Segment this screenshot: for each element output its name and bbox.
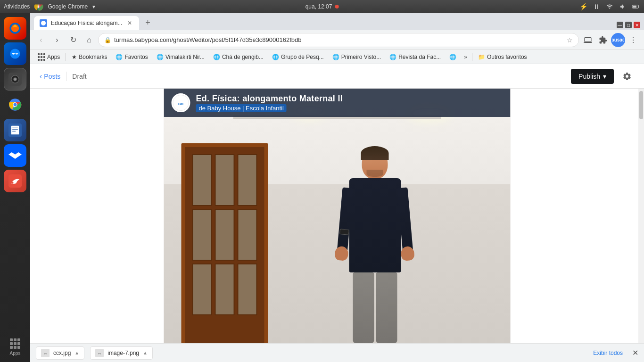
post-settings-button[interactable] [619, 69, 635, 84]
browser-menu-button[interactable]: ⋮ [626, 33, 640, 47]
reload-button[interactable]: ↻ [66, 33, 80, 47]
door-panel-2 [215, 154, 234, 206]
dock-item-firefox[interactable] [4, 17, 26, 40]
profile-button[interactable]: Pausada [611, 33, 625, 47]
os-taskbar: Atividades Google Chrome ▼ qua, 12:07 ⚡ … [0, 0, 644, 13]
tray-battery-icon[interactable] [632, 2, 640, 11]
bookmark-apps[interactable]: Apps [34, 52, 64, 62]
video-title-block: Ed. Física: alongamento Maternal II de B… [196, 94, 503, 112]
post-content-area: BH Ed. Física: alongamento Maternal II d… [164, 89, 511, 362]
activities-label[interactable]: Atividades [4, 3, 30, 10]
person-head [362, 148, 388, 179]
watch [339, 229, 349, 235]
browser-navbar: ‹ › ↻ ⌂ 🔒 turmas.babypoa.com/ghost/#/edi… [30, 30, 644, 50]
person-legs [349, 272, 401, 343]
download-item-1[interactable]: jpg ccx.jpg ▲ [36, 346, 84, 360]
door-panel-9 [237, 263, 257, 315]
dock-item-dropbox[interactable] [4, 144, 26, 167]
back-button[interactable]: ‹ [34, 33, 48, 47]
video-overlay-header: BH Ed. Física: alongamento Maternal II d… [164, 89, 511, 117]
tray-icon-1[interactable]: ⚡ [579, 2, 587, 11]
home-button[interactable]: ⌂ [82, 33, 96, 47]
download-filename-2: image-7.png [107, 350, 139, 356]
bookmark-primeiro[interactable]: 🌐 Primeiro Visto... [329, 52, 385, 62]
taskbar-chrome-icon[interactable] [33, 1, 44, 12]
bookmark-folder-outros[interactable]: 📁 Outros favoritos [474, 52, 531, 62]
globe-icon-1: 🌐 [116, 54, 123, 60]
door-panel-5 [215, 209, 234, 261]
bookmark-vimalakirti[interactable]: 🌐 Vimalakirti Nir... [153, 52, 208, 62]
window-minimize-button[interactable]: — [617, 22, 623, 28]
dock-item-rocketchat[interactable] [4, 170, 26, 192]
video-title: Ed. Física: alongamento Maternal II [196, 94, 503, 104]
bookmark-grupo[interactable]: 🌐 Grupo de Pesq... [268, 52, 328, 62]
dock-item-sound[interactable] [4, 68, 26, 90]
browser-tab-active[interactable]: Educação Física: alongam... ✕ [34, 16, 139, 30]
bookmark-more-arrow[interactable]: » [461, 52, 470, 62]
publish-button[interactable]: Publish ▾ [571, 69, 614, 84]
app-name-label: Google Chrome [48, 3, 88, 10]
close-download-bar-button[interactable]: ✕ [632, 348, 638, 357]
window-controls: — □ ✕ [617, 22, 640, 28]
toolbar-separator [66, 72, 66, 81]
scrollbar-thumb[interactable] [639, 91, 643, 119]
show-all-downloads-button[interactable]: Exibir todos [593, 350, 623, 356]
dock-item-writer[interactable] [4, 119, 26, 141]
bookmark-more-button[interactable]: 🌐 [446, 52, 460, 62]
svg-point-23 [11, 181, 14, 184]
globe-icon-4: 🌐 [272, 54, 279, 60]
nav-right-controls: Pausada ⋮ [581, 33, 640, 47]
record-indicator [335, 5, 339, 8]
tray-wifi-icon[interactable] [605, 2, 614, 11]
nav-extensions-icon[interactable] [596, 33, 610, 47]
editor-content: BH Ed. Física: alongamento Maternal II d… [30, 89, 644, 362]
tab-favicon [40, 19, 47, 27]
window-close-button[interactable]: ✕ [634, 22, 640, 28]
svg-rect-3 [638, 6, 639, 8]
download-chevron-1[interactable]: ▲ [74, 350, 79, 355]
download-file-icon-2: png [95, 349, 104, 357]
download-item-2[interactable]: png image-7.png ▲ [90, 346, 153, 360]
download-file-icon-1: jpg [41, 349, 50, 357]
door-panel-8 [215, 263, 234, 315]
taskbar-dropdown-arrow[interactable]: ▼ [91, 4, 96, 9]
door-panel-4 [192, 209, 212, 261]
address-bar[interactable]: 🔒 turmas.babypoa.com/ghost/#/editor/post… [98, 33, 579, 47]
forward-button[interactable]: › [50, 33, 64, 47]
person-hair [361, 146, 389, 160]
person-hand-left [334, 246, 349, 261]
person-arm-right [397, 187, 413, 254]
new-tab-button[interactable]: + [141, 16, 154, 29]
nav-screenshare-icon[interactable] [581, 33, 595, 47]
dock-item-thunderbird[interactable] [4, 42, 26, 65]
apps-label: Apps [10, 351, 21, 356]
star-icon: ★ [72, 54, 77, 60]
tab-title: Educação Física: alongam... [51, 20, 122, 26]
datetime-display: qua, 12:07 [305, 3, 339, 10]
bookmark-revista[interactable]: 🌐 Revista da Fac... [386, 52, 445, 62]
window-maximize-button[interactable]: □ [625, 22, 632, 28]
bookmarks-bar: Apps ★ Bookmarks 🌐 Favoritos 🌐 Vimalakir… [30, 50, 644, 64]
dock-item-chrome[interactable] [4, 93, 26, 116]
bookmark-favoritos[interactable]: 🌐 Favoritos [112, 52, 151, 62]
bookmark-page-icon[interactable]: ☆ [567, 36, 573, 44]
person-leg-right [376, 272, 397, 343]
dock-item-apps[interactable]: Apps [4, 336, 26, 358]
svg-text:png: png [98, 353, 101, 354]
person-figure [328, 130, 422, 362]
tray-pause-icon[interactable]: ⏸ [592, 2, 601, 11]
bookmark-separator-2 [472, 53, 472, 61]
browser-window: Educação Física: alongam... ✕ + — □ ✕ ‹ … [30, 13, 644, 362]
back-to-posts-link[interactable]: ‹ Posts [40, 72, 60, 81]
download-chevron-2[interactable]: ▲ [143, 350, 148, 355]
bookmark-bookmarks[interactable]: ★ Bookmarks [68, 52, 111, 62]
person-hand-right [400, 246, 415, 261]
bookmark-cha[interactable]: 🌐 Chá de gengib... [209, 52, 267, 62]
application-dock: Apps [0, 13, 30, 362]
globe-icon-5: 🌐 [332, 54, 339, 60]
scrollbar[interactable] [638, 89, 644, 362]
video-thumbnail [164, 89, 511, 362]
door-panel-6 [237, 209, 257, 261]
tray-volume-icon[interactable] [619, 2, 627, 11]
tab-close-button[interactable]: ✕ [126, 19, 133, 27]
